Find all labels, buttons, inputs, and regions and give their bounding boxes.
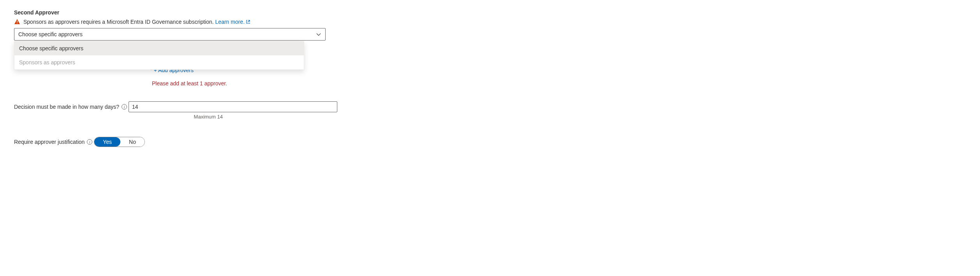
- info-icon[interactable]: i: [87, 139, 92, 145]
- dropdown-list: Choose specific approvers Sponsors as ap…: [14, 41, 304, 70]
- learn-more-link[interactable]: Learn more.: [215, 19, 250, 25]
- dropdown-selected-value: Choose specific approvers: [18, 31, 83, 37]
- info-banner: Sponsors as approvers requires a Microso…: [14, 19, 966, 25]
- info-icon[interactable]: i: [122, 104, 127, 110]
- dropdown-option-sponsors: Sponsors as approvers: [14, 55, 304, 69]
- external-link-icon: [246, 19, 250, 24]
- warning-icon: [14, 19, 20, 25]
- decision-days-field: Decision must be made in how many days? …: [14, 101, 966, 120]
- justification-toggle[interactable]: Yes No: [94, 137, 145, 147]
- dropdown-control[interactable]: Choose specific approvers: [14, 28, 326, 41]
- decision-days-label: Decision must be made in how many days? …: [14, 104, 127, 110]
- banner-message: Sponsors as approvers requires a Microso…: [23, 19, 215, 25]
- decision-days-input[interactable]: [129, 101, 337, 112]
- section-title: Second Approver: [14, 9, 966, 16]
- justification-label-text: Require approver justification: [14, 139, 85, 145]
- toggle-no[interactable]: No: [120, 137, 145, 147]
- svg-rect-0: [17, 21, 18, 23]
- svg-rect-1: [17, 23, 18, 24]
- approver-type-dropdown[interactable]: Choose specific approvers Choose specifi…: [14, 28, 326, 41]
- banner-text: Sponsors as approvers requires a Microso…: [23, 19, 250, 25]
- validation-error: Please add at least 1 approver.: [152, 80, 966, 87]
- justification-field: Require approver justification i Yes No: [14, 134, 966, 147]
- chevron-down-icon: [316, 32, 321, 37]
- decision-days-helper: Maximum 14: [14, 114, 223, 120]
- justification-label: Require approver justification i: [14, 139, 92, 145]
- toggle-yes[interactable]: Yes: [94, 137, 120, 147]
- decision-days-label-text: Decision must be made in how many days?: [14, 104, 119, 110]
- dropdown-option-specific[interactable]: Choose specific approvers: [14, 41, 304, 55]
- learn-more-text: Learn more.: [215, 19, 245, 25]
